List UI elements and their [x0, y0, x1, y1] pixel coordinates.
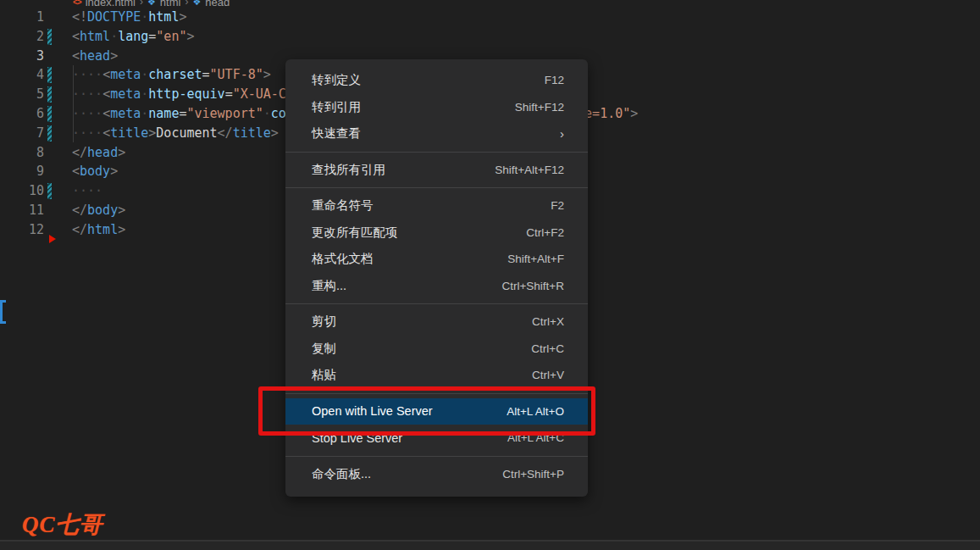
menu-item[interactable]: 更改所有匹配项Ctrl+F2 — [285, 219, 588, 247]
code-line[interactable]: 1<!DOCTYPE·html> — [0, 8, 980, 27]
html-file-icon: <> — [73, 0, 81, 7]
menu-item-label: 快速查看 — [312, 125, 361, 142]
modified-gutter-indicator — [47, 125, 52, 142]
watermark: QC七哥 — [22, 509, 103, 540]
menu-item[interactable]: 剪切Ctrl+X — [285, 308, 588, 336]
submenu-chevron-icon: › — [560, 126, 564, 141]
indent-guide — [73, 65, 74, 142]
menu-item-shortcut: Ctrl+V — [532, 369, 564, 381]
menu-item-shortcut: Ctrl+Shift+R — [501, 280, 564, 292]
code-line[interactable]: 2<html·lang="en"> — [0, 27, 980, 47]
modified-gutter-indicator — [47, 29, 52, 45]
menu-item-shortcut: Shift+F12 — [515, 101, 564, 114]
red-arrow-marker — [49, 235, 56, 243]
menu-item-label: 转到定义 — [312, 72, 361, 88]
menu-separator — [285, 303, 588, 304]
menu-item[interactable]: 重构...Ctrl+Shift+R — [285, 273, 588, 300]
code-text: <html·lang="en"> — [72, 27, 195, 47]
menu-item[interactable]: 格式化文档Shift+Alt+F — [285, 246, 588, 273]
line-number: 6 — [0, 104, 44, 124]
menu-item-label: 复制 — [312, 341, 336, 357]
red-annotation-box — [258, 386, 595, 436]
menu-item-label: 查找所有引用 — [312, 162, 385, 178]
vscode-editor-window: <>index.html›❖html›❖head 1<!DOCTYPE·html… — [0, 0, 980, 550]
code-text: ···· — [72, 181, 102, 201]
menu-item-label: 剪切 — [312, 314, 336, 330]
menu-separator — [285, 152, 588, 153]
line-number: 8 — [0, 143, 44, 163]
code-text: <!DOCTYPE·html> — [72, 8, 186, 27]
line-number: 9 — [0, 162, 44, 181]
line-number: 5 — [0, 85, 44, 104]
menu-item[interactable]: 转到引用Shift+F12 — [285, 94, 588, 121]
code-text: <body> — [72, 162, 118, 181]
breadcrumb-chevron-icon: › — [185, 0, 188, 8]
menu-item-shortcut: Ctrl+Shift+P — [502, 468, 564, 481]
code-text: </body> — [72, 201, 125, 220]
menu-item-label: 转到引用 — [312, 99, 361, 115]
menu-item[interactable]: 粘贴Ctrl+V — [285, 362, 588, 389]
line-number: 1 — [0, 8, 44, 27]
line-number: 2 — [0, 27, 44, 47]
code-text: ····<title>Document</title> — [72, 124, 279, 143]
line-number: 4 — [0, 65, 44, 85]
modified-gutter-indicator — [47, 86, 52, 103]
menu-item-shortcut: Shift+Alt+F12 — [495, 164, 564, 176]
modified-gutter-indicator — [47, 106, 52, 122]
menu-item-shortcut: Ctrl+X — [532, 315, 564, 328]
menu-separator — [285, 456, 588, 457]
line-number: 7 — [0, 124, 44, 143]
symbol-icon: ❖ — [147, 0, 156, 8]
menu-item-shortcut: F12 — [545, 74, 564, 86]
line-number: 12 — [0, 220, 44, 240]
line-number: 10 — [0, 181, 44, 201]
menu-item-label: 更改所有匹配项 — [312, 225, 398, 241]
blue-annotation-fragment — [0, 300, 6, 324]
code-text: </head> — [72, 143, 125, 163]
menu-item-shortcut: Ctrl+F2 — [526, 226, 564, 239]
menu-item-label: 格式化文档 — [312, 251, 374, 267]
modified-gutter-indicator — [47, 183, 52, 199]
modified-gutter-indicator — [47, 67, 52, 83]
menu-item-label: 重命名符号 — [312, 197, 374, 214]
menu-item[interactable]: 查找所有引用Shift+Alt+F12 — [285, 157, 588, 184]
menu-item[interactable]: 命令面板...Ctrl+Shift+P — [285, 461, 588, 488]
symbol-icon: ❖ — [192, 0, 201, 8]
menu-item[interactable]: 快速查看› — [285, 120, 588, 147]
code-text: ····<meta·charset="UTF-8"> — [72, 65, 271, 85]
bottom-strip — [0, 542, 980, 550]
menu-item[interactable]: 转到定义F12 — [285, 67, 588, 94]
menu-item-shortcut: F2 — [551, 199, 564, 212]
menu-item-shortcut: Shift+Alt+F — [507, 253, 564, 265]
breadcrumb-chevron-icon: › — [140, 0, 143, 8]
menu-item-label: 命令面板... — [312, 466, 371, 482]
menu-item[interactable]: 复制Ctrl+C — [285, 336, 588, 363]
code-text: </html> — [72, 220, 125, 240]
menu-separator — [285, 187, 588, 188]
menu-item[interactable]: 重命名符号F2 — [285, 192, 588, 219]
menu-item-shortcut: Ctrl+C — [531, 342, 564, 355]
code-text: <head> — [72, 47, 118, 66]
menu-item-label: 粘贴 — [312, 367, 336, 383]
menu-item-label: 重构... — [312, 278, 346, 294]
line-number: 11 — [0, 201, 44, 220]
line-number: 3 — [0, 47, 44, 66]
